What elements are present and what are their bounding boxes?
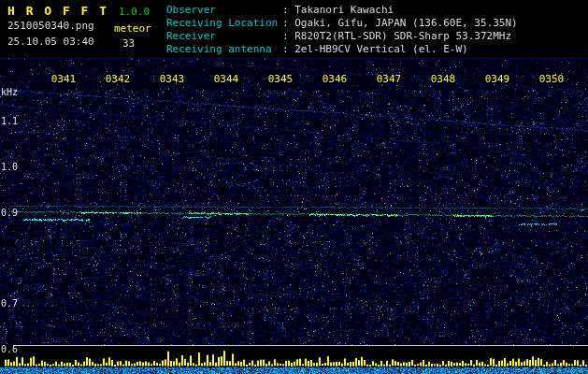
datetime-label: 25.10.05 03:40 [7,36,94,48]
time-tick-label: 0349 [485,73,510,85]
station-field-value: : 2el-HB9CV Vertical (el. E-W) [282,43,468,55]
time-tick-label: 0343 [160,73,185,85]
freq-unit-label: kHz [1,87,18,97]
app-title: H R O F F T [7,4,108,18]
freq-tick-label: 0.9 [1,208,18,218]
time-tick-label: 0347 [377,73,402,85]
station-field-value: : R820T2(RTL-SDR) SDR-Sharp 53.372MHz [282,30,511,42]
freq-tick-label: 0.7 [1,298,18,309]
output-filename: 2510050340.png [7,20,94,32]
time-tick-label: 0344 [214,73,239,85]
station-field-label: Receiving antenna [166,43,282,56]
hrofft-window: H R O F F T 1.0.0 2510050340.png meteor … [0,0,588,374]
freq-tick-label: 0.6 [1,344,18,354]
echo-count: 33 [122,37,135,50]
time-axis: 0341034203430344034503460347034803490350 [0,73,588,86]
station-info: Observer: Takanori KawachiReceiving Loca… [166,4,518,56]
station-field-label: Receiving Location [166,17,282,30]
freq-axis: 1.11.00.90.70.6 [1,0,20,374]
station-field-value: : Ogaki, Gifu, JAPAN (136.60E, 35.35N) [282,17,518,29]
app-version: 1.0.0 [119,6,150,18]
time-tick-label: 0342 [106,73,131,85]
time-tick-label: 0346 [323,73,348,85]
station-field-label: Receiver [166,30,282,43]
time-tick-label: 0341 [51,73,77,85]
freq-tick-label: 1.0 [1,162,18,172]
station-field-row: Receiving Location: Ogaki, Gifu, JAPAN (… [166,17,518,30]
station-field-row: Receiver: R820T2(RTL-SDR) SDR-Sharp 53.3… [166,30,518,43]
station-field-row: Observer: Takanori Kawachi [166,4,518,17]
freq-tick-label: 1.1 [1,116,18,126]
mode-label: meteor [114,22,151,35]
time-tick-label: 0350 [539,73,565,85]
time-tick-label: 0345 [268,73,294,85]
time-tick-label: 0348 [431,73,456,85]
station-field-label: Observer [166,4,282,17]
station-field-row: Receiving antenna: 2el-HB9CV Vertical (e… [166,43,518,56]
station-field-value: : Takanori Kawachi [282,4,394,16]
header: H R O F F T 1.0.0 2510050340.png meteor … [0,0,588,58]
